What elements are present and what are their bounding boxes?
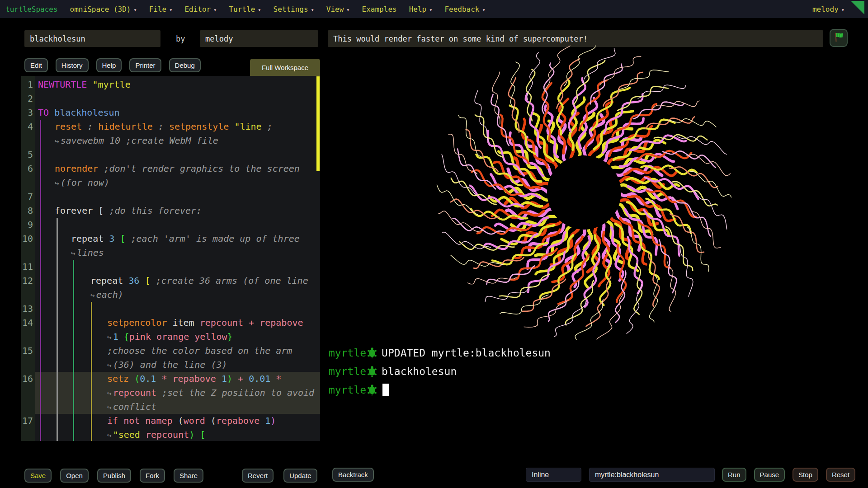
pause-button[interactable]: Pause <box>754 468 785 482</box>
indent-guide <box>91 358 92 372</box>
indent-guide <box>91 372 92 386</box>
author-input[interactable] <box>200 30 318 47</box>
indent-guide <box>57 246 58 260</box>
code-row: 9 <box>21 218 320 232</box>
line-number: 11 <box>21 260 33 274</box>
menu-item-turtle[interactable]: Turtle▾ <box>229 5 261 14</box>
console-cursor[interactable] <box>382 384 389 396</box>
indent-guide <box>91 344 92 358</box>
run-button[interactable]: Run <box>722 468 746 482</box>
indent-guide <box>40 232 41 246</box>
console-output[interactable]: myrtle UPDATED myrtle:blackholesunmyrtle… <box>329 343 551 399</box>
save-button[interactable]: Save <box>24 469 52 483</box>
line-number: 16 <box>21 372 33 386</box>
turtle-graphics-canvas <box>335 36 841 352</box>
indent-guide <box>40 372 41 386</box>
menu-item-omnispace[interactable]: omniSpace (3D)▾ <box>70 5 137 14</box>
console-line: myrtle <box>329 380 551 399</box>
indent-guide <box>91 400 92 414</box>
fork-button[interactable]: Fork <box>140 469 165 483</box>
line-number: 5 <box>21 148 33 162</box>
indent-guide <box>40 218 41 232</box>
tab-help[interactable]: Help <box>96 58 122 72</box>
menu-item-view[interactable]: View▾ <box>326 5 350 14</box>
indent-guide <box>73 260 74 274</box>
file-buttons: SaveOpenPublishForkShare <box>24 469 203 483</box>
wrap-indicator-icon: ↪ <box>55 179 59 188</box>
indent-guide <box>73 414 74 428</box>
tab-full-workspace[interactable]: Full Workspace <box>250 59 320 76</box>
code-row: ↪"seed repcount) [ <box>21 428 320 441</box>
indent-guide <box>40 386 41 400</box>
wrap-indicator-icon: ↪ <box>55 137 59 145</box>
menu-item-file[interactable]: File▾ <box>149 5 173 14</box>
chevron-down-icon: ▾ <box>213 7 217 13</box>
tab-printer[interactable]: Printer <box>129 58 161 72</box>
indent-guide <box>40 428 41 441</box>
indent-guide <box>57 232 58 246</box>
wrap-indicator-icon: ↪ <box>71 249 75 258</box>
tab-history[interactable]: History <box>56 58 89 72</box>
line-number: 13 <box>21 302 33 316</box>
line-number: 9 <box>21 218 33 232</box>
editor-scrollbar[interactable] <box>316 76 320 171</box>
chevron-down-icon: ▾ <box>482 7 485 13</box>
menu-item-help[interactable]: Help▾ <box>409 5 433 14</box>
chevron-down-icon: ▾ <box>169 7 172 13</box>
code-row: 4reset : hideturtle : setpenstyle "line … <box>21 120 320 134</box>
code-rows: 1NEWTURTLE "myrtle23TO blackholesun4rese… <box>21 78 320 441</box>
mode-select[interactable]: Inline <box>526 468 581 482</box>
update-button[interactable]: Update <box>283 469 317 483</box>
console-text: blackholesun <box>382 366 457 377</box>
code-editor[interactable]: 1NEWTURTLE "myrtle23TO blackholesun4rese… <box>21 76 320 441</box>
exec-buttons: RunPauseStopReset <box>722 468 855 482</box>
menu-item-examples[interactable]: Examples <box>362 5 397 14</box>
reset-button[interactable]: Reset <box>826 468 855 482</box>
line-number: 12 <box>21 274 33 288</box>
indent-guide <box>40 260 41 274</box>
line-number: 17 <box>21 414 33 428</box>
menu-item-feedback[interactable]: Feedback▾ <box>444 5 485 14</box>
indent-guide <box>57 218 58 232</box>
indent-guide <box>40 400 41 414</box>
share-button[interactable]: Share <box>174 469 203 483</box>
indent-guide <box>73 358 74 372</box>
chevron-down-icon: ▾ <box>841 7 844 13</box>
tab-edit[interactable]: Edit <box>24 58 48 72</box>
chevron-down-icon: ▾ <box>429 7 432 13</box>
project-title-input[interactable] <box>24 30 160 47</box>
line-number: 8 <box>21 204 33 218</box>
code-row: 16setz (0.1 * repabove 1) + 0.01 * <box>21 372 320 386</box>
publish-button[interactable]: Publish <box>97 469 131 483</box>
indent-guide <box>40 316 41 330</box>
tab-debug[interactable]: Debug <box>169 58 201 72</box>
indent-guide <box>40 330 41 344</box>
chevron-down-icon: ▾ <box>258 7 261 13</box>
revert-button[interactable]: Revert <box>242 469 274 483</box>
indent-guide <box>57 414 58 428</box>
menu-item-editor[interactable]: Editor▾ <box>184 5 217 14</box>
wrap-indicator-icon: ↪ <box>90 291 95 300</box>
indent-guide <box>91 386 92 400</box>
line-number: 4 <box>21 120 33 134</box>
indent-guide <box>73 344 74 358</box>
code-row: 17if not namep (word (repabove 1) <box>21 414 320 428</box>
menu-item-settings[interactable]: Settings▾ <box>274 5 314 14</box>
indent-guide <box>40 204 41 218</box>
indent-guide <box>91 302 92 316</box>
code-row: ↪savewebm 10 ;create WebM file <box>21 134 320 148</box>
user-menu[interactable]: melody▾ <box>812 5 844 14</box>
command-input[interactable] <box>589 468 715 482</box>
open-button[interactable]: Open <box>60 469 89 483</box>
indent-guide <box>40 344 41 358</box>
chevron-down-icon: ▾ <box>346 7 349 13</box>
line-number: 10 <box>21 232 33 246</box>
wrap-indicator-icon: ↪ <box>107 403 112 412</box>
indent-guide <box>57 386 58 400</box>
line-number: 3 <box>21 106 33 120</box>
backtrack-button[interactable]: Backtrack <box>332 468 374 482</box>
stop-button[interactable]: Stop <box>793 468 818 482</box>
indent-guide <box>73 274 74 288</box>
indent-guide <box>57 316 58 330</box>
code-row: 3TO blackholesun <box>21 106 320 120</box>
